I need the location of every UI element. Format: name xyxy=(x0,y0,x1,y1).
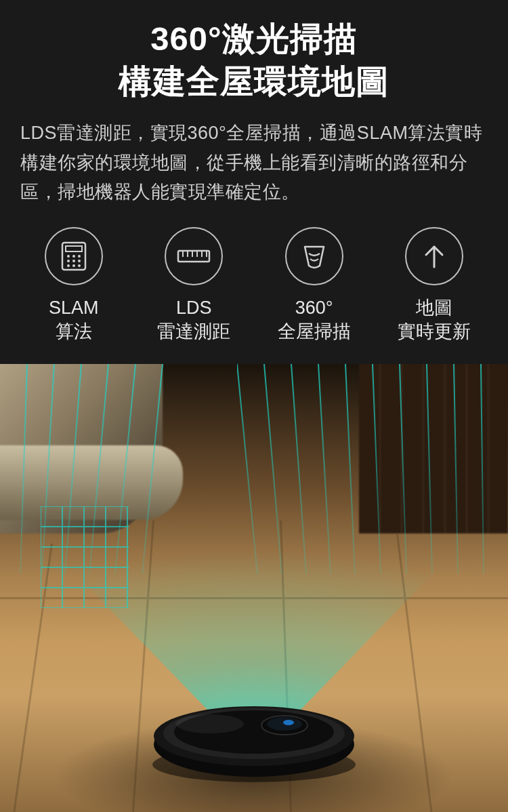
svg-line-38 xyxy=(318,364,331,574)
svg-line-40 xyxy=(373,364,381,574)
scan-grid-sofa xyxy=(41,506,129,608)
svg-line-20 xyxy=(20,364,27,574)
svg-point-7 xyxy=(78,260,81,262)
robot-vacuum xyxy=(149,697,359,785)
svg-point-9 xyxy=(72,264,75,267)
svg-line-41 xyxy=(400,364,406,574)
svg-line-43 xyxy=(454,364,458,574)
svg-point-5 xyxy=(67,260,70,262)
scan-cone-icon xyxy=(285,227,343,285)
scan-grid-right xyxy=(237,364,508,574)
feature-sub: 實時更新 xyxy=(398,320,471,344)
title-line-2: 構建全屋環境地圖 xyxy=(119,63,389,100)
svg-rect-1 xyxy=(66,246,82,251)
svg-line-37 xyxy=(291,364,306,574)
feature-title: SLAM xyxy=(49,296,99,320)
svg-point-8 xyxy=(67,264,70,267)
ruler-icon xyxy=(165,227,223,285)
svg-point-75 xyxy=(176,714,244,733)
feature-row: SLAM 算法 LDS 雷達測距 xyxy=(0,207,508,357)
page-description: LDS雷達測距，實現360°全屋掃描，通過SLAM算法實時構建你家的環境地圖，從… xyxy=(0,102,508,207)
feature-360: 360° 全屋掃描 xyxy=(260,227,368,344)
feature-slam: SLAM 算法 xyxy=(20,227,128,344)
feature-lds: LDS 雷達測距 xyxy=(140,227,248,344)
svg-line-42 xyxy=(427,364,432,574)
svg-point-74 xyxy=(283,720,294,725)
svg-point-3 xyxy=(72,255,75,258)
svg-line-44 xyxy=(481,364,484,574)
feature-title: 地圖 xyxy=(416,296,452,320)
svg-point-4 xyxy=(78,255,81,258)
feature-sub: 全屋掃描 xyxy=(278,320,351,344)
feature-title: LDS xyxy=(176,296,212,320)
title-line-1: 360°激光掃描 xyxy=(150,20,357,57)
svg-line-35 xyxy=(237,364,257,574)
feature-sub: 算法 xyxy=(56,320,92,344)
svg-line-25 xyxy=(142,364,163,574)
feature-title: 360° xyxy=(295,296,333,320)
product-feature-panel: 360°激光掃描 構建全屋環境地圖 LDS雷達測距，實現360°全屋掃描，通過S… xyxy=(0,0,508,812)
feature-map-update: 地圖 實時更新 xyxy=(380,227,488,344)
svg-point-6 xyxy=(72,260,75,262)
calculator-icon xyxy=(45,227,103,285)
svg-line-36 xyxy=(264,364,282,574)
svg-line-39 xyxy=(345,364,355,574)
feature-sub: 雷達測距 xyxy=(157,320,230,344)
svg-point-2 xyxy=(67,255,70,258)
page-title: 360°激光掃描 構建全屋環境地圖 xyxy=(0,0,508,102)
svg-point-10 xyxy=(78,264,81,267)
arrow-up-icon xyxy=(405,227,463,285)
hero-illustration xyxy=(0,364,508,812)
